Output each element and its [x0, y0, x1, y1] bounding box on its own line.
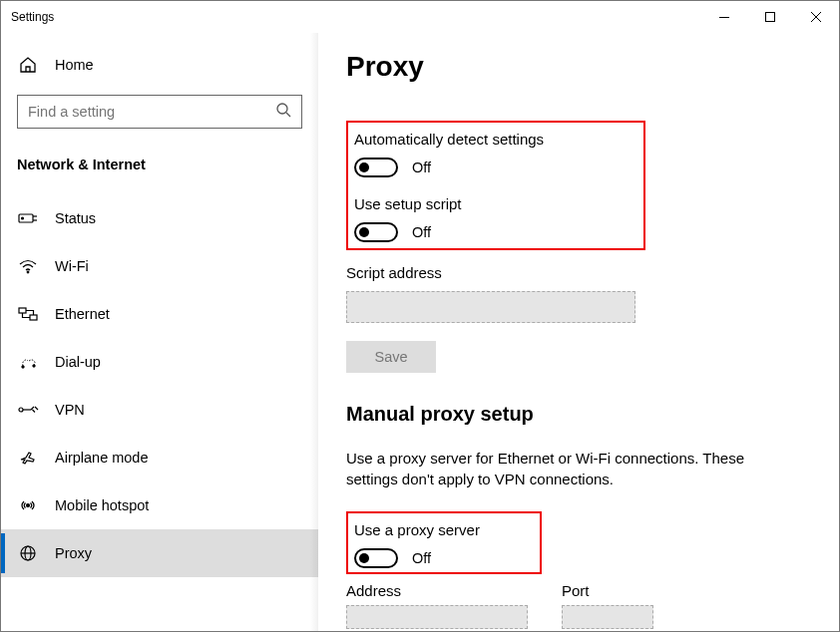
use-script-label: Use setup script [354, 195, 544, 212]
minimize-button[interactable] [701, 1, 747, 33]
manual-section-title: Manual proxy setup [346, 403, 811, 426]
home-label: Home [55, 57, 94, 73]
save-button: Save [346, 341, 436, 373]
ethernet-icon [17, 307, 39, 321]
sidebar-item-label: Ethernet [55, 306, 110, 322]
script-address-input [346, 291, 635, 323]
sidebar-item-label: Status [55, 210, 96, 226]
sidebar-item-status[interactable]: Status [1, 194, 318, 242]
use-script-toggle[interactable] [354, 222, 398, 242]
sidebar-item-label: Airplane mode [55, 450, 149, 466]
status-icon [17, 211, 39, 225]
svg-line-5 [286, 113, 290, 117]
use-proxy-label: Use a proxy server [354, 521, 480, 538]
svg-point-17 [27, 504, 30, 507]
dialup-icon [17, 355, 39, 369]
address-input [346, 605, 528, 629]
sidebar: Home Network & Internet Status Wi-Fi Eth… [1, 33, 318, 631]
search-icon [275, 102, 291, 122]
sidebar-item-label: Wi-Fi [55, 258, 89, 274]
sidebar-item-airplane[interactable]: Airplane mode [1, 434, 318, 481]
search-input[interactable] [28, 104, 291, 120]
sidebar-item-label: Mobile hotspot [55, 497, 149, 513]
close-button[interactable] [793, 1, 839, 33]
sidebar-item-hotspot[interactable]: Mobile hotspot [1, 481, 318, 529]
hotspot-icon [17, 497, 39, 513]
svg-point-15 [19, 408, 23, 412]
maximize-button[interactable] [747, 1, 793, 33]
window-title: Settings [11, 10, 701, 24]
use-script-state: Off [412, 224, 431, 240]
manual-section-desc: Use a proxy server for Ethernet or Wi-Fi… [346, 448, 795, 489]
vpn-icon [17, 404, 39, 416]
category-header: Network & Internet [1, 147, 318, 194]
svg-point-13 [22, 366, 24, 368]
titlebar: Settings [1, 1, 839, 33]
wifi-icon [17, 259, 39, 273]
window-controls [701, 1, 839, 33]
sidebar-item-label: Proxy [55, 545, 92, 561]
proxy-icon [17, 545, 39, 561]
svg-point-10 [27, 271, 29, 273]
svg-point-14 [33, 365, 35, 367]
highlight-box-manual: Use a proxy server Off [346, 511, 542, 574]
svg-rect-1 [766, 13, 775, 22]
svg-point-4 [277, 104, 287, 114]
page-title: Proxy [346, 51, 811, 83]
sidebar-item-label: Dial-up [55, 354, 101, 370]
auto-detect-toggle[interactable] [354, 158, 398, 177]
search-box[interactable] [17, 95, 302, 129]
svg-point-7 [22, 217, 24, 219]
highlight-box-auto: Automatically detect settings Off Use se… [346, 121, 645, 250]
address-label: Address [346, 582, 528, 599]
sidebar-item-vpn[interactable]: VPN [1, 386, 318, 434]
content-pane: Proxy Automatically detect settings Off … [318, 33, 839, 631]
sidebar-item-wifi[interactable]: Wi-Fi [1, 242, 318, 290]
svg-rect-12 [30, 315, 37, 320]
svg-rect-11 [19, 308, 26, 313]
auto-detect-state: Off [412, 159, 431, 175]
port-input [562, 605, 653, 629]
home-nav[interactable]: Home [1, 45, 318, 85]
auto-detect-label: Automatically detect settings [354, 131, 544, 148]
airplane-icon [17, 450, 39, 466]
sidebar-item-ethernet[interactable]: Ethernet [1, 290, 318, 338]
script-address-label: Script address [346, 264, 811, 281]
use-proxy-toggle[interactable] [354, 548, 398, 568]
sidebar-item-proxy[interactable]: Proxy [1, 529, 318, 577]
home-icon [17, 57, 39, 73]
use-proxy-state: Off [412, 550, 431, 566]
sidebar-item-label: VPN [55, 402, 85, 418]
sidebar-item-dialup[interactable]: Dial-up [1, 338, 318, 386]
port-label: Port [562, 582, 653, 599]
